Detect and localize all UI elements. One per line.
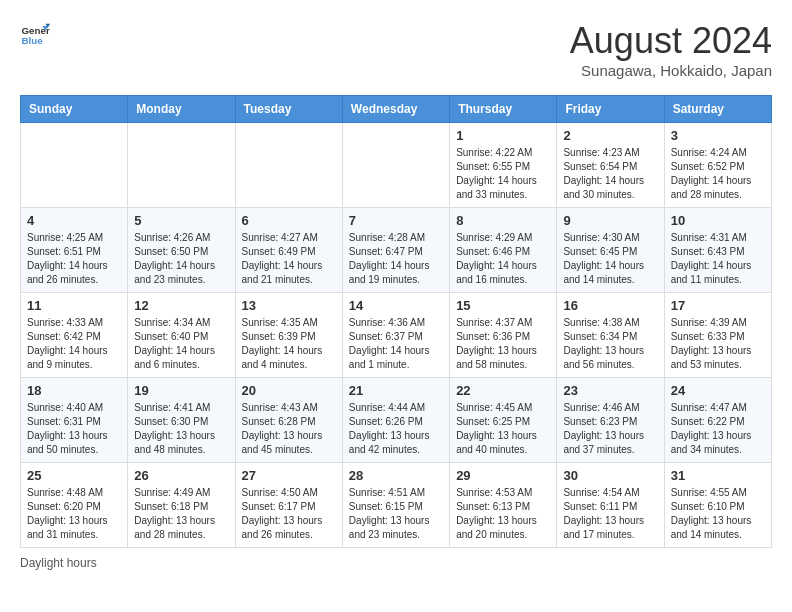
calendar-cell: 4Sunrise: 4:25 AM Sunset: 6:51 PM Daylig… [21,208,128,293]
calendar-cell: 19Sunrise: 4:41 AM Sunset: 6:30 PM Dayli… [128,378,235,463]
day-info: Sunrise: 4:26 AM Sunset: 6:50 PM Dayligh… [134,231,228,287]
title-block: August 2024 Sunagawa, Hokkaido, Japan [570,20,772,79]
day-number: 17 [671,298,765,313]
day-number: 29 [456,468,550,483]
day-info: Sunrise: 4:46 AM Sunset: 6:23 PM Dayligh… [563,401,657,457]
calendar-header-row: SundayMondayTuesdayWednesdayThursdayFrid… [21,96,772,123]
day-info: Sunrise: 4:30 AM Sunset: 6:45 PM Dayligh… [563,231,657,287]
calendar-week-row: 25Sunrise: 4:48 AM Sunset: 6:20 PM Dayli… [21,463,772,548]
calendar-cell: 7Sunrise: 4:28 AM Sunset: 6:47 PM Daylig… [342,208,449,293]
calendar-cell: 25Sunrise: 4:48 AM Sunset: 6:20 PM Dayli… [21,463,128,548]
calendar-cell: 16Sunrise: 4:38 AM Sunset: 6:34 PM Dayli… [557,293,664,378]
day-number: 15 [456,298,550,313]
calendar-cell: 21Sunrise: 4:44 AM Sunset: 6:26 PM Dayli… [342,378,449,463]
calendar-cell [235,123,342,208]
day-number: 18 [27,383,121,398]
calendar-cell: 29Sunrise: 4:53 AM Sunset: 6:13 PM Dayli… [450,463,557,548]
logo-icon: General Blue [20,20,50,50]
calendar-cell: 20Sunrise: 4:43 AM Sunset: 6:28 PM Dayli… [235,378,342,463]
day-number: 3 [671,128,765,143]
calendar-day-header: Friday [557,96,664,123]
calendar-day-header: Wednesday [342,96,449,123]
day-info: Sunrise: 4:39 AM Sunset: 6:33 PM Dayligh… [671,316,765,372]
calendar-day-header: Sunday [21,96,128,123]
calendar-day-header: Saturday [664,96,771,123]
day-number: 10 [671,213,765,228]
calendar-week-row: 11Sunrise: 4:33 AM Sunset: 6:42 PM Dayli… [21,293,772,378]
calendar-cell: 13Sunrise: 4:35 AM Sunset: 6:39 PM Dayli… [235,293,342,378]
logo: General Blue [20,20,50,50]
calendar-week-row: 18Sunrise: 4:40 AM Sunset: 6:31 PM Dayli… [21,378,772,463]
day-info: Sunrise: 4:27 AM Sunset: 6:49 PM Dayligh… [242,231,336,287]
calendar-day-header: Thursday [450,96,557,123]
day-number: 14 [349,298,443,313]
day-info: Sunrise: 4:54 AM Sunset: 6:11 PM Dayligh… [563,486,657,542]
calendar-cell: 31Sunrise: 4:55 AM Sunset: 6:10 PM Dayli… [664,463,771,548]
day-number: 5 [134,213,228,228]
day-number: 26 [134,468,228,483]
day-number: 16 [563,298,657,313]
day-info: Sunrise: 4:34 AM Sunset: 6:40 PM Dayligh… [134,316,228,372]
calendar-cell: 18Sunrise: 4:40 AM Sunset: 6:31 PM Dayli… [21,378,128,463]
day-info: Sunrise: 4:55 AM Sunset: 6:10 PM Dayligh… [671,486,765,542]
location-subtitle: Sunagawa, Hokkaido, Japan [570,62,772,79]
day-number: 13 [242,298,336,313]
calendar-cell: 8Sunrise: 4:29 AM Sunset: 6:46 PM Daylig… [450,208,557,293]
calendar-day-header: Tuesday [235,96,342,123]
day-info: Sunrise: 4:29 AM Sunset: 6:46 PM Dayligh… [456,231,550,287]
calendar-cell: 14Sunrise: 4:36 AM Sunset: 6:37 PM Dayli… [342,293,449,378]
calendar-cell: 23Sunrise: 4:46 AM Sunset: 6:23 PM Dayli… [557,378,664,463]
calendar-cell: 12Sunrise: 4:34 AM Sunset: 6:40 PM Dayli… [128,293,235,378]
day-info: Sunrise: 4:49 AM Sunset: 6:18 PM Dayligh… [134,486,228,542]
day-number: 2 [563,128,657,143]
day-info: Sunrise: 4:28 AM Sunset: 6:47 PM Dayligh… [349,231,443,287]
day-info: Sunrise: 4:41 AM Sunset: 6:30 PM Dayligh… [134,401,228,457]
day-info: Sunrise: 4:43 AM Sunset: 6:28 PM Dayligh… [242,401,336,457]
calendar-cell: 26Sunrise: 4:49 AM Sunset: 6:18 PM Dayli… [128,463,235,548]
day-info: Sunrise: 4:40 AM Sunset: 6:31 PM Dayligh… [27,401,121,457]
page-header: General Blue August 2024 Sunagawa, Hokka… [20,20,772,79]
day-info: Sunrise: 4:33 AM Sunset: 6:42 PM Dayligh… [27,316,121,372]
day-info: Sunrise: 4:51 AM Sunset: 6:15 PM Dayligh… [349,486,443,542]
calendar-cell: 2Sunrise: 4:23 AM Sunset: 6:54 PM Daylig… [557,123,664,208]
day-number: 23 [563,383,657,398]
footer-note-text: Daylight hours [20,556,97,570]
calendar-cell: 1Sunrise: 4:22 AM Sunset: 6:55 PM Daylig… [450,123,557,208]
day-number: 4 [27,213,121,228]
day-info: Sunrise: 4:22 AM Sunset: 6:55 PM Dayligh… [456,146,550,202]
calendar-cell: 6Sunrise: 4:27 AM Sunset: 6:49 PM Daylig… [235,208,342,293]
calendar-cell: 5Sunrise: 4:26 AM Sunset: 6:50 PM Daylig… [128,208,235,293]
day-number: 27 [242,468,336,483]
day-number: 1 [456,128,550,143]
day-info: Sunrise: 4:45 AM Sunset: 6:25 PM Dayligh… [456,401,550,457]
day-number: 24 [671,383,765,398]
day-info: Sunrise: 4:44 AM Sunset: 6:26 PM Dayligh… [349,401,443,457]
day-info: Sunrise: 4:35 AM Sunset: 6:39 PM Dayligh… [242,316,336,372]
day-number: 7 [349,213,443,228]
day-number: 12 [134,298,228,313]
month-title: August 2024 [570,20,772,62]
svg-text:Blue: Blue [22,35,44,46]
day-info: Sunrise: 4:47 AM Sunset: 6:22 PM Dayligh… [671,401,765,457]
day-number: 31 [671,468,765,483]
calendar-cell: 24Sunrise: 4:47 AM Sunset: 6:22 PM Dayli… [664,378,771,463]
calendar-cell [21,123,128,208]
day-number: 22 [456,383,550,398]
calendar-cell: 15Sunrise: 4:37 AM Sunset: 6:36 PM Dayli… [450,293,557,378]
day-number: 11 [27,298,121,313]
calendar-body: 1Sunrise: 4:22 AM Sunset: 6:55 PM Daylig… [21,123,772,548]
calendar-cell: 30Sunrise: 4:54 AM Sunset: 6:11 PM Dayli… [557,463,664,548]
calendar-cell: 3Sunrise: 4:24 AM Sunset: 6:52 PM Daylig… [664,123,771,208]
day-number: 8 [456,213,550,228]
day-number: 25 [27,468,121,483]
day-number: 6 [242,213,336,228]
day-info: Sunrise: 4:38 AM Sunset: 6:34 PM Dayligh… [563,316,657,372]
day-number: 19 [134,383,228,398]
calendar-cell: 27Sunrise: 4:50 AM Sunset: 6:17 PM Dayli… [235,463,342,548]
day-number: 30 [563,468,657,483]
day-number: 9 [563,213,657,228]
day-number: 28 [349,468,443,483]
day-info: Sunrise: 4:53 AM Sunset: 6:13 PM Dayligh… [456,486,550,542]
calendar-table: SundayMondayTuesdayWednesdayThursdayFrid… [20,95,772,548]
day-info: Sunrise: 4:50 AM Sunset: 6:17 PM Dayligh… [242,486,336,542]
